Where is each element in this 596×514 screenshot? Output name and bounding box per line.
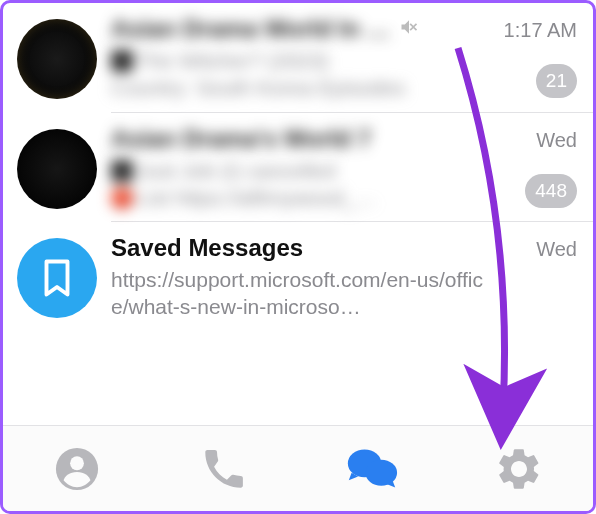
chat-title: Asian Drama World In …: [111, 15, 391, 43]
timestamp: Wed: [525, 129, 577, 152]
tab-bar: [3, 425, 593, 511]
emoji-icon: [111, 187, 133, 209]
chat-meta: Wed 448: [525, 129, 577, 208]
chat-title: Asian Drama's World 7: [111, 125, 371, 153]
chat-content: Asian Drama's World 7 Just Job (I) cance…: [111, 125, 579, 212]
chat-snippet: https://support.microsoft.com/en-us/offi…: [111, 266, 499, 321]
tab-contacts[interactable]: [47, 439, 107, 499]
bookmark-icon: [39, 257, 75, 299]
tab-chats[interactable]: [342, 439, 402, 499]
chat-row[interactable]: Asian Drama's World 7 Just Job (I) cance…: [3, 113, 593, 222]
gear-icon: [495, 445, 543, 493]
chat-meta: 1:17 AM 21: [504, 19, 577, 98]
chat-snippet: The Witcher? (2023) Country: South Korea…: [111, 47, 499, 102]
mute-icon: [399, 17, 419, 41]
svg-point-1: [70, 456, 84, 470]
timestamp: 1:17 AM: [504, 19, 577, 42]
chat-list: Asian Drama World In … The Witcher? (202…: [3, 3, 593, 331]
chat-title: Saved Messages: [111, 234, 303, 262]
chat-content: Saved Messages https://support.microsoft…: [111, 234, 579, 321]
person-icon: [54, 446, 100, 492]
phone-icon: [202, 447, 246, 491]
chats-icon: [346, 446, 398, 492]
chat-row[interactable]: Asian Drama World In … The Witcher? (202…: [3, 3, 593, 112]
thumbnail-icon: [111, 50, 133, 72]
thumbnail-icon: [111, 160, 133, 182]
saved-messages-avatar: [17, 238, 97, 318]
unread-badge: 448: [525, 174, 577, 208]
chat-snippet: Just Job (I) cancelled List https://afil…: [111, 157, 499, 212]
avatar: [17, 19, 97, 99]
tab-calls[interactable]: [194, 439, 254, 499]
tab-settings[interactable]: [489, 439, 549, 499]
unread-badge: 21: [536, 64, 577, 98]
avatar: [17, 129, 97, 209]
app-frame: Asian Drama World In … The Witcher? (202…: [0, 0, 596, 514]
timestamp: Wed: [536, 238, 577, 261]
chat-row-saved-messages[interactable]: Saved Messages https://support.microsoft…: [3, 222, 593, 331]
chat-meta: Wed: [536, 238, 577, 261]
